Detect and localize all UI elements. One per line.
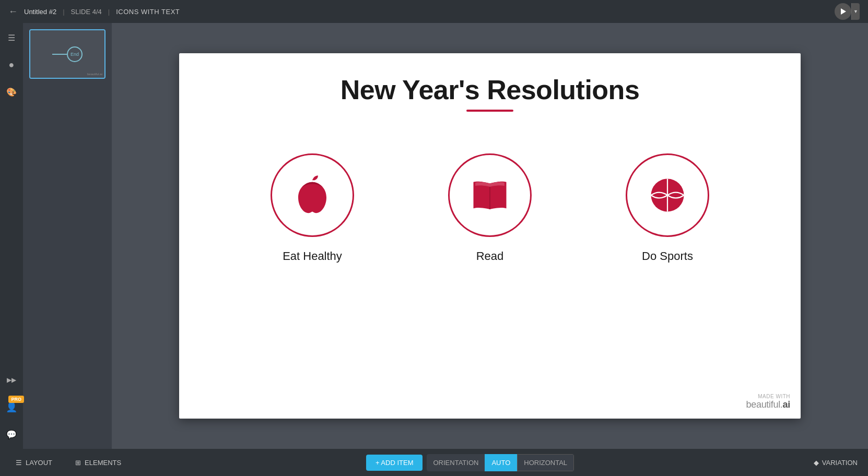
read-label: Read bbox=[476, 249, 504, 263]
sidebar-themes-button[interactable]: 🎨 bbox=[3, 84, 20, 100]
bottom-left: ☰ LAYOUT ⊞ ELEMENTS bbox=[10, 456, 126, 470]
end-label: End bbox=[71, 52, 79, 57]
back-button[interactable]: ← bbox=[8, 6, 18, 17]
slide-counter: SLIDE 4/4 bbox=[71, 8, 102, 16]
separator-2: | bbox=[108, 8, 110, 16]
colors-icon: ● bbox=[9, 59, 15, 70]
top-bar-right: ▼ bbox=[835, 3, 860, 20]
chat-icon: 💬 bbox=[6, 430, 17, 439]
sidebar-user-button[interactable]: 👤 PRO bbox=[3, 399, 20, 415]
play-button[interactable] bbox=[835, 3, 851, 20]
icons-row: Eat Healthy bbox=[271, 153, 709, 263]
slide-title: New Year's Resolutions bbox=[341, 74, 640, 105]
play-dropdown-button[interactable]: ▼ bbox=[851, 3, 860, 20]
end-circle: End bbox=[67, 46, 83, 62]
eat-healthy-label: Eat Healthy bbox=[283, 249, 342, 263]
variation-label: VARIATION bbox=[822, 459, 858, 467]
apple-icon bbox=[289, 172, 336, 219]
horizontal-label: HORIZONTAL bbox=[524, 459, 567, 467]
pro-badge: PRO bbox=[8, 396, 24, 403]
orientation-group: ORIENTATION AUTO HORIZONTAL bbox=[427, 454, 574, 471]
separator-1: | bbox=[63, 8, 64, 16]
sidebar-chat-button[interactable]: 💬 bbox=[3, 426, 20, 443]
menu-icon: ☰ bbox=[8, 33, 15, 43]
elements-button[interactable]: ⊞ ELEMENTS bbox=[70, 456, 126, 470]
icon-item-eat-healthy[interactable]: Eat Healthy bbox=[271, 153, 354, 263]
layout-name: ICONS WITH TEXT bbox=[116, 8, 180, 16]
user-icon: 👤 bbox=[6, 401, 17, 413]
slide-watermark: MADE WITH beautiful.ai bbox=[746, 394, 790, 410]
play-icon bbox=[841, 8, 846, 15]
beautiful-ai-logo: beautiful.ai bbox=[746, 399, 790, 410]
slides-panel: End beautiful.ai bbox=[23, 23, 112, 449]
animate-icon: ▶▶ bbox=[7, 376, 16, 384]
variation-icon: ◆ bbox=[814, 459, 819, 467]
slide-thumbnail[interactable]: End beautiful.ai bbox=[29, 29, 105, 79]
layout-button[interactable]: ☰ LAYOUT bbox=[10, 456, 57, 470]
do-sports-circle bbox=[626, 153, 709, 237]
bottom-bar: ☰ LAYOUT ⊞ ELEMENTS + ADD ITEM ORIENTATI… bbox=[0, 449, 868, 476]
variation-button[interactable]: ◆ VARIATION bbox=[814, 459, 858, 467]
auto-label: AUTO bbox=[491, 459, 510, 467]
document-title[interactable]: Untitled #2 bbox=[24, 8, 56, 16]
do-sports-label: Do Sports bbox=[642, 249, 693, 263]
elements-label: ELEMENTS bbox=[85, 459, 121, 467]
top-bar: ← Untitled #2 | SLIDE 4/4 | ICONS WITH T… bbox=[0, 0, 868, 23]
basketball-icon bbox=[644, 172, 691, 219]
left-sidebar: ☰ ● 🎨 ▶▶ 👤 PRO 💬 bbox=[0, 23, 23, 449]
layout-label: LAYOUT bbox=[26, 459, 52, 467]
orientation-label: ORIENTATION bbox=[427, 455, 485, 471]
add-item-label: + ADD ITEM bbox=[376, 459, 414, 467]
palette-icon: 🎨 bbox=[6, 87, 17, 97]
slide-canvas[interactable]: New Year's Resolutions Eat Health bbox=[179, 53, 801, 419]
auto-button[interactable]: AUTO bbox=[485, 454, 517, 471]
made-with-label: MADE WITH bbox=[746, 394, 790, 399]
connector-line bbox=[52, 54, 67, 55]
top-bar-left: ← Untitled #2 | SLIDE 4/4 | ICONS WITH T… bbox=[8, 6, 180, 17]
title-underline bbox=[466, 110, 513, 112]
icon-item-do-sports[interactable]: Do Sports bbox=[626, 153, 709, 263]
icon-item-read[interactable]: Read bbox=[448, 153, 532, 263]
layout-icon: ☰ bbox=[16, 459, 22, 467]
sidebar-menu-button[interactable]: ☰ bbox=[3, 29, 20, 46]
horizontal-button[interactable]: HORIZONTAL bbox=[517, 454, 574, 471]
eat-healthy-circle bbox=[271, 153, 354, 237]
read-circle bbox=[448, 153, 532, 237]
end-node: End bbox=[52, 46, 83, 62]
bottom-center: + ADD ITEM ORIENTATION AUTO HORIZONTAL bbox=[366, 454, 574, 471]
slide-thumb-content: End bbox=[30, 30, 104, 78]
slide-thumb-watermark: beautiful.ai bbox=[87, 73, 102, 76]
add-item-button[interactable]: + ADD ITEM bbox=[366, 455, 423, 471]
elements-icon: ⊞ bbox=[75, 459, 81, 467]
main-area: ☰ ● 🎨 ▶▶ 👤 PRO 💬 End bbox=[0, 23, 868, 449]
sidebar-animate-button[interactable]: ▶▶ bbox=[3, 372, 20, 388]
canvas-area: New Year's Resolutions Eat Health bbox=[112, 23, 868, 449]
sidebar-colors-button[interactable]: ● bbox=[3, 56, 20, 73]
book-icon bbox=[466, 172, 513, 219]
